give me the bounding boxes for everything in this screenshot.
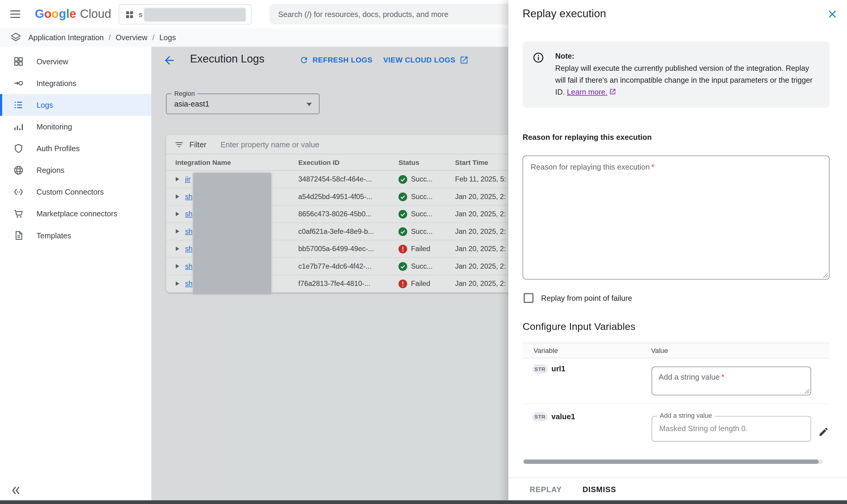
logo-letter: G xyxy=(35,7,44,21)
variable-name: url1 xyxy=(552,364,566,373)
masked-value-text: Masked String of length 0. xyxy=(659,416,747,441)
integration-name-link[interactable]: sh xyxy=(185,280,192,287)
dismiss-button[interactable]: DISMISS xyxy=(583,485,616,493)
integration-name-link[interactable]: sh xyxy=(185,210,192,218)
search-placeholder: Search (/) for resources, docs, products… xyxy=(278,10,449,18)
status-icon xyxy=(398,210,407,218)
sidebar-item-templates[interactable]: Templates xyxy=(0,224,151,246)
breadcrumb-separator: / xyxy=(109,33,111,42)
breadcrumb-item-application-integration[interactable]: Application Integration xyxy=(28,33,104,42)
expand-row-icon[interactable] xyxy=(175,281,180,286)
custom-connectors-icon xyxy=(13,186,24,198)
sidebar-item-regions[interactable]: Regions xyxy=(0,160,151,181)
sidebar-item-auth-profiles[interactable]: Auth Profiles xyxy=(0,138,151,159)
integration-name-link[interactable]: sh xyxy=(185,245,192,253)
replay-from-failure-row: Replay from point of failure xyxy=(523,293,632,303)
expand-row-icon[interactable] xyxy=(175,194,180,199)
execution-id: bb57005a-6499-49ec-... xyxy=(298,245,398,253)
application-integration-icon xyxy=(10,32,22,43)
status-icon xyxy=(398,280,407,288)
sidebar-item-logs[interactable]: Logs xyxy=(0,94,151,116)
expand-row-icon[interactable] xyxy=(175,246,180,251)
variables-table-header: Variable Value xyxy=(523,342,830,358)
integration-name-link[interactable]: sh xyxy=(185,262,192,270)
sidebar-item-overview[interactable]: Overview xyxy=(0,51,151,72)
type-chip-str: STR xyxy=(533,412,548,421)
expand-row-icon[interactable] xyxy=(175,176,180,182)
close-icon[interactable] xyxy=(827,8,839,20)
sidebar-item-label: Marketplace connectors xyxy=(36,210,117,218)
execution-id: c0af621a-3efe-48e9-b... xyxy=(298,227,398,235)
monitoring-icon xyxy=(13,121,24,132)
replay-button[interactable]: REPLAY xyxy=(530,485,562,493)
templates-icon xyxy=(13,230,24,241)
note-heading: Note: xyxy=(555,51,819,62)
integration-name-link[interactable]: jir xyxy=(185,175,190,183)
expand-row-icon[interactable] xyxy=(175,211,180,217)
project-picker-button[interactable]: s xyxy=(119,4,252,25)
view-cloud-logs-label: VIEW CLOUD LOGS xyxy=(383,56,456,64)
breadcrumb-item-logs: Logs xyxy=(159,33,176,42)
cart-icon xyxy=(13,208,24,219)
integration-name-link[interactable]: sh xyxy=(185,227,192,235)
scrollbar-thumb[interactable] xyxy=(523,460,819,464)
google-cloud-logo: Google Cloud xyxy=(35,7,111,21)
status-label: Succ... xyxy=(411,193,433,200)
learn-more-link[interactable]: Learn more. xyxy=(567,88,608,96)
variables-table: Variable Value STR url1 Add a string val… xyxy=(523,342,830,455)
filter-icon xyxy=(174,140,184,149)
chevron-down-icon xyxy=(307,103,312,106)
collapse-nav-icon[interactable] xyxy=(8,484,23,498)
search-input[interactable]: Search (/) for resources, docs, products… xyxy=(270,4,525,24)
logo-letter: l xyxy=(66,7,69,21)
sidebar-item-marketplace-connectors[interactable]: Marketplace connectors xyxy=(0,203,151,224)
info-icon xyxy=(533,52,544,64)
sidebar-item-integrations[interactable]: Integrations xyxy=(0,72,151,94)
filter-input[interactable]: Filter Enter property name or value xyxy=(166,135,520,155)
status-label: Succ... xyxy=(411,210,433,218)
refresh-icon xyxy=(299,55,309,65)
region-select[interactable]: Region asia-east1 xyxy=(166,93,319,114)
column-execution-id: Execution ID xyxy=(298,159,398,166)
execution-id: f76a2813-7fe4-4810-... xyxy=(298,280,398,287)
column-integration-name: Integration Name xyxy=(175,159,298,166)
logs-icon xyxy=(13,100,24,110)
reason-textarea[interactable]: Reason for replaying this execution* xyxy=(523,156,830,280)
replay-from-failure-checkbox[interactable] xyxy=(523,293,533,303)
status-icon xyxy=(398,227,407,236)
dashboard-icon xyxy=(13,56,24,67)
expand-row-icon[interactable] xyxy=(175,264,180,269)
menu-icon[interactable] xyxy=(8,8,22,21)
refresh-logs-button[interactable]: REFRESH LOGS xyxy=(299,55,372,65)
sidebar-item-label: Templates xyxy=(36,231,71,240)
breadcrumb-item-overview[interactable]: Overview xyxy=(116,33,148,42)
sidebar-item-custom-connectors[interactable]: Custom Connectors xyxy=(0,181,151,203)
column-variable: Variable xyxy=(523,347,651,354)
resize-handle-icon[interactable] xyxy=(823,272,828,278)
page-title: Execution Logs xyxy=(190,53,264,65)
screen: Google Cloud s Search (/) for resources,… xyxy=(0,0,847,504)
status-icon xyxy=(398,245,407,253)
resize-handle-icon[interactable] xyxy=(804,388,810,394)
edit-pencil-icon[interactable] xyxy=(818,426,829,437)
back-arrow-button[interactable] xyxy=(163,54,176,67)
integrations-icon xyxy=(13,78,24,89)
sidebar-item-monitoring[interactable]: Monitoring xyxy=(0,116,151,138)
status-label: Failed xyxy=(411,280,430,287)
execution-id: 34872454-58cf-464e-... xyxy=(298,175,398,183)
redacted-integration-names xyxy=(193,173,271,294)
view-cloud-logs-button[interactable]: VIEW CLOUD LOGS xyxy=(383,55,469,65)
integration-name-link[interactable]: sh xyxy=(185,193,192,200)
value1-value-field[interactable]: Masked String of length 0. xyxy=(652,416,811,442)
expand-row-icon[interactable] xyxy=(175,229,180,234)
status-label: Failed xyxy=(411,245,430,253)
refresh-logs-label: REFRESH LOGS xyxy=(312,56,372,64)
status-icon xyxy=(398,175,407,184)
url1-value-textarea[interactable]: Add a string value* xyxy=(652,366,811,395)
value-placeholder: Add a string value xyxy=(659,373,720,381)
project-name-fragment: s xyxy=(139,11,142,18)
logo-letter: e xyxy=(69,7,76,21)
execution-id: 8656c473-8026-45b0... xyxy=(298,210,398,218)
logs-table-card: Filter Enter property name or value Inte… xyxy=(166,135,520,292)
horizontal-scrollbar[interactable] xyxy=(523,460,823,464)
